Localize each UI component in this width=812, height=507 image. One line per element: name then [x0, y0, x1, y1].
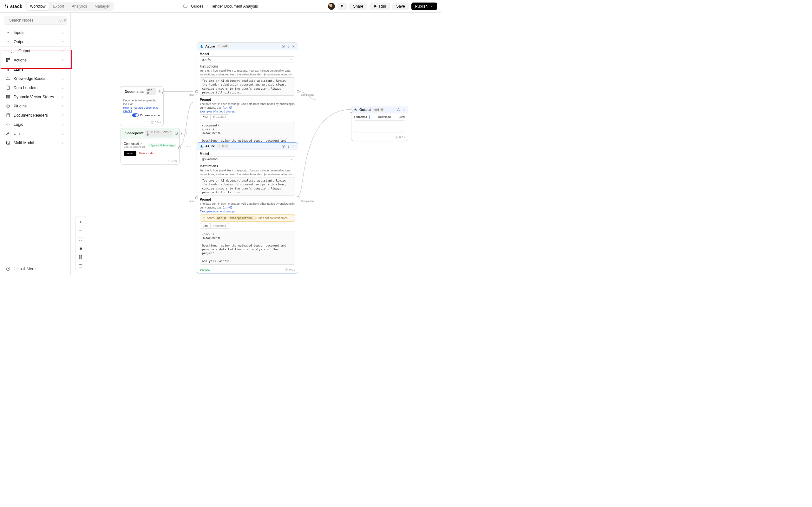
node-output[interactable]: Output out-0 Formatted Download Clear 0.… — [351, 106, 408, 141]
breadcrumb-folder[interactable]: Guides — [191, 4, 204, 9]
disconnect-link[interactable]: Click to disconnect — [124, 146, 145, 148]
chevron-right-icon — [61, 132, 65, 135]
brain-icon — [6, 67, 10, 72]
zoom-out-button[interactable]: − — [76, 226, 85, 235]
download-icon[interactable] — [375, 115, 375, 118]
tab-export[interactable]: Export — [50, 3, 67, 10]
chevron-right-icon — [61, 95, 65, 99]
tree-multimodal[interactable]: Multi-Modal — [0, 138, 70, 147]
close-icon[interactable] — [292, 145, 295, 148]
close-icon[interactable] — [402, 108, 405, 112]
info-icon[interactable] — [282, 45, 285, 48]
model-select[interactable]: gpt-4-turbo — [200, 156, 295, 162]
tree-outputs[interactable]: Outputs — [0, 37, 70, 46]
model-select[interactable]: gpt-4o — [200, 56, 295, 62]
chevron-down-icon — [290, 58, 293, 61]
download-button[interactable]: Download — [378, 115, 391, 118]
chevron-right-icon — [61, 123, 65, 126]
close-icon[interactable] — [292, 45, 295, 48]
info-icon[interactable] — [397, 108, 400, 112]
tree-llms[interactable]: LLMs — [0, 65, 70, 74]
tree-data-loaders[interactable]: Data Loaders — [0, 83, 70, 92]
share-button[interactable]: Share — [349, 3, 367, 10]
tab-manager[interactable]: Manager — [91, 3, 113, 10]
tree-knowledge-bases[interactable]: Knowledge Bases — [0, 74, 70, 83]
clock-icon — [395, 136, 398, 139]
instructions-textarea[interactable]: You are an AI document analysis assistan… — [200, 177, 295, 195]
svg-rect-8 — [9, 95, 10, 96]
help-link[interactable]: Help & More — [0, 263, 70, 275]
tree-dynamic-vector[interactable]: Dynamic Vector Stores — [0, 92, 70, 101]
tree-logic[interactable]: Logic — [0, 120, 70, 129]
search-nodes[interactable]: CtrlK — [4, 16, 67, 25]
settings-icon[interactable] — [287, 45, 290, 48]
edit-mode-toggle[interactable]: EditFormatted — [200, 114, 295, 120]
info-icon[interactable] — [282, 145, 285, 148]
clear-button[interactable]: Clear — [398, 115, 405, 118]
lock-button[interactable] — [76, 244, 85, 252]
port-out[interactable] — [297, 196, 299, 199]
tree-document-readers[interactable]: Document Readers — [0, 111, 70, 120]
formatted-toggle[interactable] — [369, 115, 370, 119]
logo-icon — [4, 4, 9, 9]
cursor-mode-button[interactable] — [338, 3, 347, 10]
port-in[interactable] — [195, 196, 198, 199]
settings-icon[interactable] — [158, 90, 161, 94]
save-button[interactable]: Save — [392, 3, 409, 10]
image-icon — [6, 140, 10, 145]
tree-output-item[interactable]: Output — [0, 46, 70, 55]
info-icon[interactable] — [174, 131, 178, 135]
instructions-textarea[interactable]: You are an AI document analysis assistan… — [200, 77, 295, 96]
run-button[interactable]: Run — [369, 3, 390, 10]
status-success: Success — [200, 268, 210, 271]
svg-point-6 — [8, 69, 9, 71]
port-out[interactable] — [162, 92, 165, 94]
edit-mode-toggle[interactable]: EditFormatted — [200, 223, 295, 229]
svg-rect-36 — [79, 257, 80, 259]
prompt-examples-link[interactable]: Examples of a good prompt — [200, 210, 295, 213]
port-out[interactable] — [297, 90, 299, 93]
port-in[interactable] — [350, 110, 352, 112]
expose-toggle[interactable] — [132, 113, 139, 117]
fit-button[interactable] — [76, 235, 85, 244]
trash-icon[interactable] — [396, 115, 396, 118]
tree-plugins[interactable]: Plugins — [0, 101, 70, 111]
tree-inputs[interactable]: Inputs — [0, 28, 70, 37]
search-input[interactable] — [9, 18, 57, 22]
stack-icon — [6, 95, 10, 99]
breadcrumb-page[interactable]: Tender Document Analysis — [211, 4, 258, 9]
port-in[interactable] — [195, 90, 198, 93]
node-azure-1[interactable]: Azure llm-1 Model gpt-4-turbo Instructio… — [197, 142, 298, 274]
svg-point-24 — [288, 46, 289, 47]
index-button[interactable]: Index — [124, 151, 136, 156]
publish-button[interactable]: Publish — [411, 3, 437, 10]
copy-icon[interactable] — [372, 115, 373, 118]
node-documents[interactable]: Documents doc-0 Documents to be uploaded… — [120, 86, 164, 126]
prompt-examples-link[interactable]: Examples of a good prompt — [200, 110, 295, 113]
map-button[interactable] — [76, 262, 85, 270]
grid-button[interactable] — [76, 252, 85, 262]
chevron-down-icon — [290, 158, 293, 161]
node-sharepoint[interactable]: Sharepoint sharepointemb-0 Connected✓ Cl… — [120, 128, 180, 165]
settings-icon[interactable] — [180, 131, 183, 135]
tab-workflow[interactable]: Workflow — [27, 3, 49, 10]
app-header: stack Workflow Export Analytics Manager … — [0, 0, 441, 13]
manage-docs-link[interactable]: How to manage documents via API — [123, 106, 160, 112]
zoom-in-button[interactable]: + — [76, 217, 85, 226]
prompt-textarea[interactable]: {doc-0} </document> Question: review the… — [200, 231, 295, 265]
tree-actions[interactable]: Actions — [0, 55, 70, 65]
chevron-right-icon — [61, 113, 65, 117]
tree-utils[interactable]: Utils — [0, 129, 70, 138]
svg-rect-37 — [81, 257, 82, 259]
tab-analytics[interactable]: Analytics — [68, 3, 90, 10]
delete-index-button[interactable]: Delete index — [139, 152, 155, 155]
workflow-canvas[interactable]: Documents doc-0 Documents to be uploaded… — [71, 13, 441, 275]
chevron-right-icon — [61, 104, 65, 108]
port-out[interactable] — [178, 147, 181, 149]
user-avatar[interactable] — [328, 3, 335, 10]
folder-icon — [183, 4, 188, 9]
plugin-icon — [6, 104, 10, 108]
settings-icon[interactable] — [287, 145, 290, 148]
close-icon[interactable] — [185, 131, 188, 135]
wrench-icon — [6, 131, 10, 136]
